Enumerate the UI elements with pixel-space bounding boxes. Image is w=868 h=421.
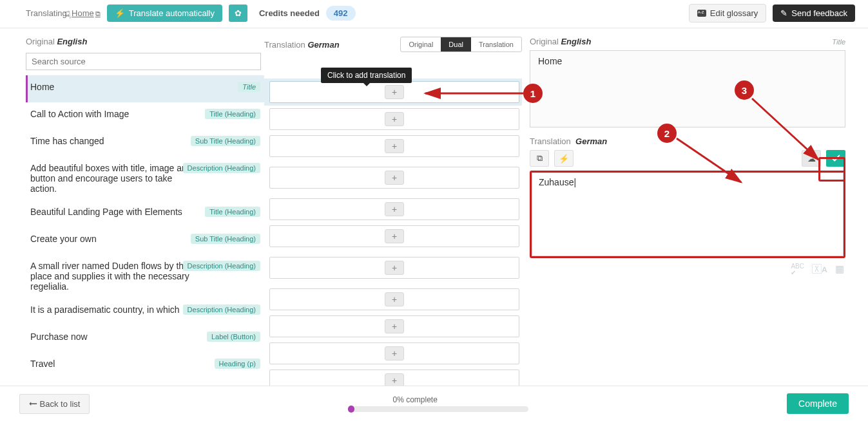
send-feedback-button[interactable]: ✎ Send feedback (773, 5, 855, 22)
edit-glossary-button[interactable]: Edit glossary (689, 4, 766, 23)
translate-settings-button[interactable]: ✿ (229, 5, 247, 22)
credits-needed-label: Credits needed (259, 8, 320, 18)
lightning-icon: ⚡ (115, 8, 125, 18)
translating-link[interactable]: Home⧉ (72, 8, 101, 18)
translate-automatically-button[interactable]: ⚡ Translate automatically (107, 5, 222, 22)
topbar: Translating: Home⧉ ☟ ⚡ Translate automat… (0, 0, 868, 28)
gear-icon: ✿ (235, 8, 242, 18)
glossary-icon (697, 10, 706, 17)
pencil-icon: ✎ (780, 8, 787, 18)
external-link-icon: ⧉ (95, 10, 101, 17)
credits-badge: 492 (326, 6, 356, 21)
